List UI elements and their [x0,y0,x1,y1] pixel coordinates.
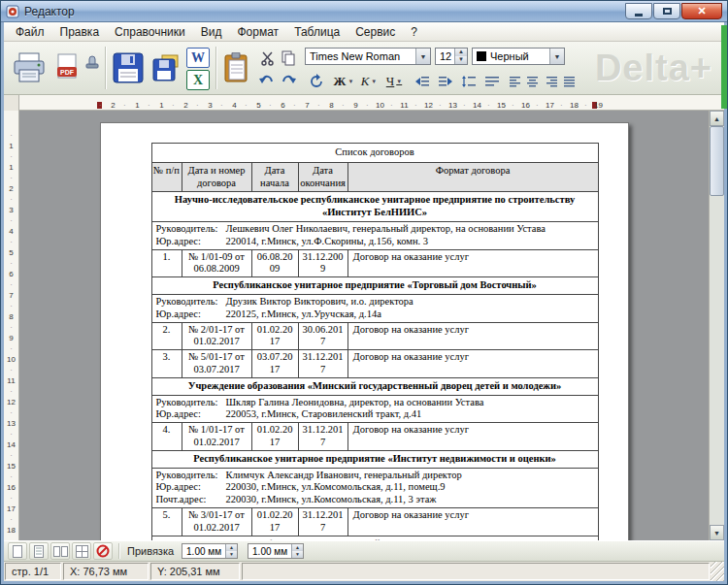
single-page-view-button[interactable] [8,542,27,560]
arrow-up-icon: ▲ [713,115,720,122]
ruler-mark: 2 [101,98,125,110]
org-row: Республиканское унитарное предприятие «И… [151,450,598,468]
copy-button[interactable] [279,49,298,68]
chevron-down-icon: ▼ [371,79,377,84]
chevron-down-icon: ▼ [549,49,564,64]
scrollbar-thumb[interactable] [710,126,724,196]
scroll-up-button[interactable]: ▲ [710,111,724,126]
menu-item[interactable]: Формат [229,23,286,41]
menu-item[interactable]: Сервис [347,23,403,41]
toolbar-separator [105,47,106,89]
table-row: 2. № 2/01-17 от 01.02.2017 01.02.2017 30… [151,322,598,350]
bold-icon: Ж [334,74,347,89]
org-row: Республиканское унитарное предприятие «Т… [151,277,598,295]
menu-item[interactable]: Правка [52,23,108,41]
floppy-copy-icon [152,54,180,81]
indent-decrease-button[interactable] [412,71,433,91]
table-title: Список договоров [151,144,598,163]
undo-button[interactable] [257,70,277,89]
info-label: Юр.адрес: [156,309,226,321]
ruler-mark: 8 [319,98,344,110]
line-spacing-button[interactable] [458,71,480,91]
facing-pages-view-button[interactable] [50,542,70,560]
horizontal-ruler: 2112345678910111213141516171819 [19,95,724,110]
align-justify-button[interactable] [561,71,579,91]
paste-button[interactable] [219,48,254,88]
title-bar[interactable]: Редактор ✕ [1,1,727,22]
spin-down-icon[interactable]: ▼ [225,551,237,558]
vertical-ruler: 1123456789101112131415161718 [4,111,19,540]
resize-grip[interactable] [711,562,724,581]
page-text-view-button[interactable] [29,542,49,560]
redo-button[interactable] [279,70,298,89]
app-icon [6,5,19,18]
export-pdf-button[interactable]: PDF [53,49,81,86]
spin-up-icon[interactable]: ▲ [225,544,237,551]
save-as-button[interactable] [149,50,182,85]
vertical-scrollbar[interactable]: ▲ ▼ [709,111,724,540]
grid-view-button[interactable] [72,542,91,560]
scroll-down-button[interactable]: ▼ [710,525,724,540]
underline-button[interactable]: Ч▼ [382,71,406,91]
document-page[interactable]: Список договоров № п/п Дата и номер дого… [100,122,629,540]
ruler-mark: 1 [149,98,174,110]
ruler-mark: 14 [4,431,18,452]
font-size-value: 12 [440,50,451,62]
close-button[interactable]: ✕ [681,3,722,19]
table-row: 4. № 1/01-17 от 01.02.2017 01.02.2017 31… [151,423,598,451]
ruler-corner [4,95,19,111]
export-word-button[interactable]: W [186,48,210,68]
spin-down-icon[interactable]: ▼ [454,56,467,64]
ruler-mark: 6 [271,98,295,110]
align-right-button[interactable] [544,71,561,91]
info-label: Юр.адрес: [156,236,226,248]
align-center-button[interactable] [524,71,542,91]
org-row: Научно-исследовательское республиканское… [151,192,598,222]
spin-down-icon[interactable]: ▼ [291,551,303,558]
align-left-button[interactable] [507,71,524,91]
ruler-mark: 1 [125,98,149,110]
page-indicator: стр. 1/1 [5,563,61,580]
export-excel-button[interactable]: X [186,70,210,90]
ruler-mark: 12 [4,388,18,409]
ruler-mark: 7 [295,98,319,110]
maximize-button[interactable] [653,3,680,19]
disable-snap-button[interactable] [93,542,113,560]
font-color-combobox[interactable]: Черный ▼ [472,48,565,65]
bold-button[interactable]: Ж▼ [332,71,355,91]
info-value: 220125, г.Минск, ул.Уручская, д.14а [226,309,381,319]
spin-up-icon[interactable]: ▲ [454,49,467,56]
info-label: Руководитель: [156,397,226,409]
minimize-button[interactable] [625,3,652,19]
chevron-down-icon: ▼ [347,79,353,84]
ruler-mark: 13 [4,409,18,431]
cut-button[interactable] [257,49,277,68]
snap-y-spinner[interactable]: 1.00 мм ▲▼ [248,543,304,559]
document-area[interactable]: Список договоров № п/п Дата и номер дого… [19,111,709,540]
menu-item[interactable]: Справочники [107,23,193,41]
indent-increase-button[interactable] [435,71,456,91]
spin-up-icon[interactable]: ▲ [291,544,303,551]
menu-item[interactable]: ? [403,23,425,41]
paragraph-spacing-button[interactable] [481,71,503,91]
snap-label: Привязка [127,545,174,557]
print-button[interactable] [10,48,49,88]
column-header: Дата окончания [298,162,347,192]
stamp-button[interactable] [83,51,102,71]
font-family-combobox[interactable]: Times New Roman ▼ [305,48,431,65]
italic-button[interactable]: К▼ [357,71,381,91]
font-size-spinner[interactable]: 12 ▲▼ [435,48,468,65]
indent-increase-icon [439,76,452,87]
table-header-row: № п/п Дата и номер договора Дата начала … [151,162,598,192]
ruler-mark: 1 [4,153,18,175]
ruler-mark: 11 [392,98,416,110]
snap-x-spinner[interactable]: 1.00 мм ▲▼ [182,543,238,559]
save-button[interactable] [109,48,148,88]
column-header: Формат договора [347,162,598,192]
scrollbar-track[interactable] [710,126,724,525]
rotate-text-button[interactable] [305,71,328,91]
menu-item[interactable]: Вид [193,23,230,41]
close-icon: ✕ [697,5,706,17]
menu-item[interactable]: Таблица [286,23,347,41]
menu-item[interactable]: Файл [8,23,52,41]
